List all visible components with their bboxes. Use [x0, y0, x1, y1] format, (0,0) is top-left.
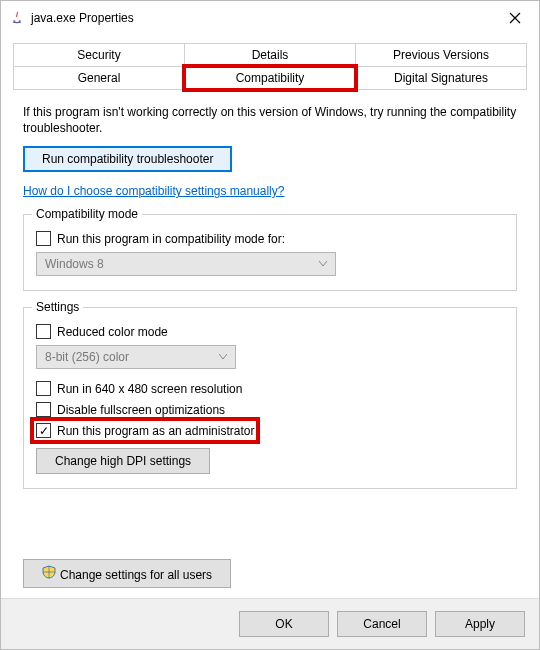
group-legend-settings: Settings [32, 300, 83, 314]
compatibility-mode-group: Compatibility mode Run this program in c… [23, 214, 517, 291]
tab-security[interactable]: Security [13, 43, 185, 67]
properties-dialog: java.exe Properties Security Details Pre… [0, 0, 540, 650]
tab-previous-versions[interactable]: Previous Versions [356, 43, 527, 67]
tab-content: If this program isn't working correctly … [1, 90, 539, 559]
run-640-checkbox[interactable] [36, 381, 51, 396]
change-dpi-button[interactable]: Change high DPI settings [36, 448, 210, 474]
color-mode-dropdown-value: 8-bit (256) color [45, 350, 129, 364]
help-link[interactable]: How do I choose compatibility settings m… [23, 184, 284, 198]
chevron-down-icon [319, 261, 327, 267]
compat-mode-dropdown[interactable]: Windows 8 [36, 252, 336, 276]
titlebar: java.exe Properties [1, 1, 539, 35]
settings-group: Settings Reduced color mode 8-bit (256) … [23, 307, 517, 489]
tab-general[interactable]: General [13, 67, 185, 90]
run-troubleshooter-button[interactable]: Run compatibility troubleshooter [23, 146, 232, 172]
apply-button[interactable]: Apply [435, 611, 525, 637]
tab-strip: Security Details Previous Versions Gener… [1, 35, 539, 90]
close-button[interactable] [493, 3, 537, 33]
tab-digital-signatures[interactable]: Digital Signatures [356, 67, 527, 90]
run-640-label: Run in 640 x 480 screen resolution [57, 382, 242, 396]
close-icon [509, 12, 521, 24]
reduced-color-label: Reduced color mode [57, 325, 168, 339]
compat-mode-dropdown-value: Windows 8 [45, 257, 104, 271]
shield-icon [42, 565, 56, 579]
run-as-admin-label: Run this program as an administrator [57, 424, 254, 438]
color-mode-dropdown[interactable]: 8-bit (256) color [36, 345, 236, 369]
reduced-color-checkbox[interactable] [36, 324, 51, 339]
change-all-users-button[interactable]: Change settings for all users [23, 559, 231, 588]
run-as-admin-checkbox[interactable] [36, 423, 51, 438]
group-legend-compat: Compatibility mode [32, 207, 142, 221]
change-all-users-label: Change settings for all users [60, 568, 212, 582]
dialog-button-row: OK Cancel Apply [1, 598, 539, 649]
cancel-button[interactable]: Cancel [337, 611, 427, 637]
java-icon [9, 10, 25, 26]
disable-fullscreen-label: Disable fullscreen optimizations [57, 403, 225, 417]
disable-fullscreen-checkbox[interactable] [36, 402, 51, 417]
compat-mode-label: Run this program in compatibility mode f… [57, 232, 285, 246]
tab-details[interactable]: Details [185, 43, 356, 67]
tab-compatibility[interactable]: Compatibility [185, 67, 356, 90]
chevron-down-icon [219, 354, 227, 360]
ok-button[interactable]: OK [239, 611, 329, 637]
intro-text: If this program isn't working correctly … [23, 104, 517, 136]
compat-mode-checkbox[interactable] [36, 231, 51, 246]
window-title: java.exe Properties [31, 11, 493, 25]
